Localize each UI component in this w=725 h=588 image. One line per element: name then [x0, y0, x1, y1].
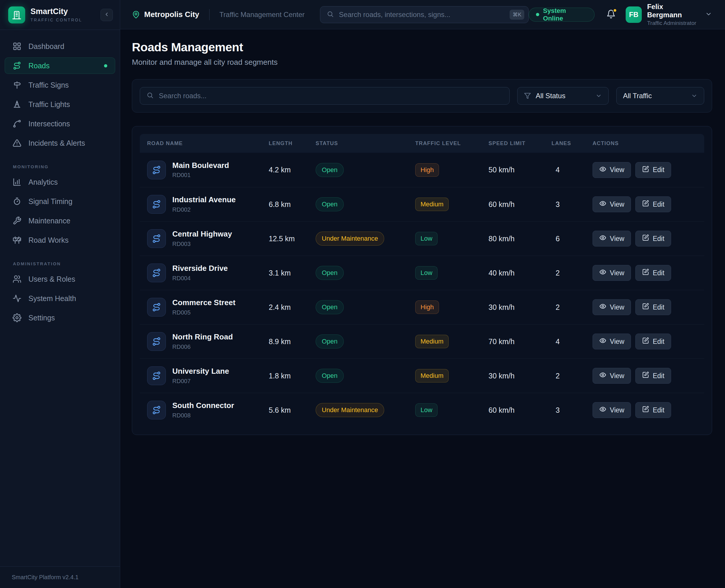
traffic-cell: High [415, 300, 489, 314]
search-shortcut-badge: ⌘K [510, 10, 524, 20]
view-button[interactable]: View [593, 231, 631, 247]
spline-icon [13, 119, 21, 128]
eye-icon [599, 337, 606, 346]
center-label: Traffic Management Center [219, 10, 305, 19]
sidebar-item-system-health[interactable]: System Health [5, 290, 115, 307]
topbar: Metropolis City Traffic Management Cente… [120, 0, 725, 29]
edit-pencil-icon [642, 337, 649, 346]
edit-label: Edit [653, 166, 664, 174]
roads-table-card: Road Name Length Status Traffic Level Sp… [132, 126, 712, 435]
chevron-down-icon [691, 92, 698, 99]
table-row: Commerce Street RD005 2.4 km Open High 3… [140, 290, 704, 324]
traffic-filter-select[interactable]: All Traffic [616, 87, 704, 105]
notifications-button[interactable] [606, 9, 616, 20]
eye-icon [599, 371, 606, 380]
sidebar-item-traffic-lights[interactable]: Traffic Lights [5, 96, 115, 112]
user-menu-button[interactable] [705, 10, 712, 19]
road-name: Commerce Street [172, 298, 235, 307]
sidebar-item-settings[interactable]: Settings [5, 310, 115, 326]
table-body: Main Boulevard RD001 4.2 km Open High 50… [140, 153, 704, 427]
app-root: SmartCity TRAFFIC CONTROL DashboardRoads… [0, 0, 725, 588]
edit-pencil-icon [642, 371, 649, 380]
road-id: RD006 [172, 343, 233, 350]
user-role: Traffic Administrator [647, 20, 699, 26]
edit-button[interactable]: Edit [635, 162, 671, 178]
filter-funnel-icon [524, 92, 531, 99]
view-button[interactable]: View [593, 299, 631, 315]
edit-pencil-icon [642, 406, 649, 415]
road-name: North Ring Road [172, 333, 233, 341]
global-search-input[interactable] [339, 10, 510, 19]
app-title: SmartCity [30, 7, 82, 16]
roads-search[interactable] [140, 87, 510, 105]
sidebar-item-label: Traffic Lights [28, 100, 70, 109]
sidebar-item-signal-timing[interactable]: Signal Timing [5, 193, 115, 210]
road-meta: Industrial Avenue RD002 [172, 195, 236, 213]
speed-limit-cell: 50 km/h [489, 166, 552, 174]
status-cell: Open [316, 334, 415, 349]
sidebar-item-road-works[interactable]: Road Works [5, 232, 115, 248]
edit-button[interactable]: Edit [635, 402, 671, 418]
view-button[interactable]: View [593, 265, 631, 281]
road-cell: University Lane RD007 [147, 366, 269, 385]
view-label: View [610, 201, 624, 208]
status-filter-select[interactable]: All Status [517, 87, 609, 105]
edit-button[interactable]: Edit [635, 334, 671, 350]
user-avatar[interactable]: FB [626, 6, 642, 23]
user-name: Felix Bergmann [647, 3, 699, 19]
status-badge: Open [316, 163, 344, 177]
sidebar-collapse-button[interactable] [101, 9, 113, 21]
sidebar-item-label: Analytics [28, 178, 58, 186]
edit-button[interactable]: Edit [635, 299, 671, 315]
edit-pencil-icon [642, 200, 649, 209]
view-button[interactable]: View [593, 334, 631, 350]
road-id: RD003 [172, 240, 232, 247]
speed-limit-cell: 60 km/h [489, 200, 552, 209]
traffic-badge: Medium [415, 335, 449, 348]
edit-pencil-icon [642, 234, 649, 243]
edit-button[interactable]: Edit [635, 196, 671, 212]
traffic-cell: Low [415, 266, 489, 280]
lanes-cell: 2 [552, 303, 593, 312]
view-button[interactable]: View [593, 368, 631, 384]
table-row: Industrial Avenue RD002 6.8 km Open Medi… [140, 187, 704, 221]
construction-icon [13, 236, 21, 245]
edit-button[interactable]: Edit [635, 265, 671, 281]
road-meta: South Connector RD008 [172, 401, 234, 419]
sidebar-item-roads[interactable]: Roads [5, 58, 115, 74]
sidebar-item-incidents-alerts[interactable]: Incidents & Alerts [5, 135, 115, 151]
roads-search-input[interactable] [158, 91, 503, 100]
lanes-cell: 3 [552, 200, 593, 209]
edit-button[interactable]: Edit [635, 231, 671, 247]
actions-cell: View Edit [593, 368, 697, 384]
traffic-badge: Low [415, 266, 438, 280]
global-search[interactable]: ⌘K [320, 6, 529, 23]
sidebar-item-analytics[interactable]: Analytics [5, 174, 115, 190]
sidebar-item-users-roles[interactable]: Users & Roles [5, 271, 115, 287]
traffic-badge: Medium [415, 369, 449, 382]
eye-icon [599, 166, 606, 174]
sidebar-item-dashboard[interactable]: Dashboard [5, 38, 115, 55]
actions-cell: View Edit [593, 265, 697, 281]
route-icon [147, 366, 166, 385]
view-button[interactable]: View [593, 162, 631, 178]
edit-pencil-icon [642, 269, 649, 277]
status-badge: Open [316, 300, 344, 314]
edit-button[interactable]: Edit [635, 368, 671, 384]
view-button[interactable]: View [593, 402, 631, 418]
sidebar-item-intersections[interactable]: Intersections [5, 115, 115, 132]
column-header-length: Length [269, 141, 316, 147]
speed-limit-cell: 30 km/h [489, 303, 552, 312]
column-header-traffic-level: Traffic Level [415, 141, 489, 147]
activity-icon [13, 294, 21, 303]
sidebar-item-maintenance[interactable]: Maintenance [5, 212, 115, 229]
road-meta: Central Highway RD003 [172, 230, 232, 247]
sidebar-item-traffic-signs[interactable]: Traffic Signs [5, 77, 115, 93]
chart-icon [13, 177, 21, 186]
settings-icon [13, 313, 21, 322]
status-cell: Under Maintenance [316, 232, 415, 246]
sidebar-administration-group: Users & RolesSystem HealthSettings [5, 271, 115, 326]
view-button[interactable]: View [593, 196, 631, 212]
traffic-badge: High [415, 300, 439, 314]
users-icon [13, 275, 21, 284]
